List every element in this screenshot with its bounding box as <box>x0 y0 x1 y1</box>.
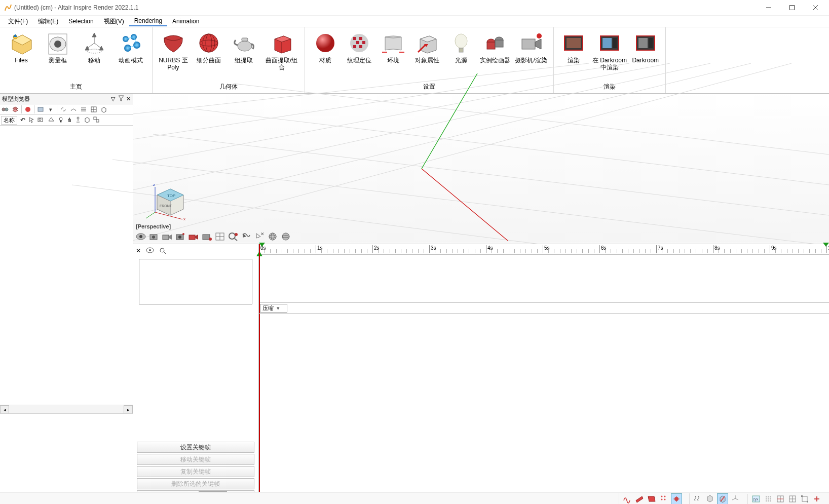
tool-layers-icon[interactable] <box>11 105 19 113</box>
camera-render-button[interactable]: 摄影机/渲染 <box>512 29 550 65</box>
environment-button[interactable]: 环境 <box>376 29 410 65</box>
svg-point-110 <box>178 236 181 239</box>
vt-del-icon[interactable]: ✕ <box>253 230 266 243</box>
vt-globe-icon[interactable] <box>267 230 279 243</box>
subdivide-button[interactable]: 细分曲面 <box>191 29 227 65</box>
tb2-stand-icon[interactable] <box>75 117 81 124</box>
close-button[interactable] <box>804 0 827 15</box>
tool-cube-icon[interactable] <box>100 105 108 113</box>
move-keyframe-button[interactable]: 移动关键帧 <box>137 454 254 465</box>
tb2-camera-icon[interactable] <box>37 117 45 124</box>
browser-toolbar-2: 名称 ↶ ⋔ <box>0 115 133 126</box>
menu-selection[interactable]: Selection <box>63 17 98 26</box>
track-compress-select[interactable]: 压缩▾ <box>260 304 287 313</box>
object-props-button[interactable]: 对象属性 <box>410 29 444 65</box>
sb-grid3-icon[interactable] <box>787 494 798 504</box>
sb-spring-icon[interactable] <box>693 493 703 503</box>
vt-eye-icon[interactable] <box>135 230 147 243</box>
tb2-tripod-icon[interactable]: ⋔ <box>67 117 72 124</box>
darkroom-label: Darkroom <box>632 57 659 64</box>
sb-bounds-icon[interactable] <box>800 494 810 504</box>
sb-red-plane-icon[interactable] <box>634 493 645 503</box>
tool-curve-icon[interactable] <box>69 105 78 113</box>
delete-selected-keyframe-button[interactable]: 删除所选的关键帧 <box>137 478 254 489</box>
horizontal-scrollbar[interactable]: ◂ ▸ <box>0 405 133 413</box>
darkroom-render-button[interactable]: 在 Darkroom 中渲染 <box>590 29 628 72</box>
menu-edit[interactable]: 编辑(E) <box>33 16 63 27</box>
sb-fan-icon[interactable] <box>730 493 740 503</box>
tl-close-icon[interactable]: ✕ <box>136 247 141 256</box>
vt-camera-icon[interactable] <box>148 230 160 243</box>
column-name[interactable]: 名称 <box>1 116 17 125</box>
vt-zoom-icon[interactable] <box>227 230 239 243</box>
funnel-icon[interactable] <box>118 95 124 102</box>
vt-cam3-icon[interactable] <box>174 230 186 243</box>
minimize-button[interactable] <box>757 0 780 15</box>
svg-point-61 <box>25 107 30 112</box>
nurbs-button[interactable]: NURBS 至 Poly <box>156 29 191 72</box>
sb-red-plane2-icon[interactable] <box>647 493 657 503</box>
tool-material-icon[interactable] <box>21 105 32 113</box>
move-button[interactable]: 移动 <box>76 29 112 65</box>
close-panel-icon[interactable]: ✕ <box>126 96 131 102</box>
tl-eye-icon[interactable] <box>146 247 154 256</box>
measure-button[interactable]: 测量框 <box>40 29 76 65</box>
darkroom-button[interactable]: Darkroom <box>629 29 662 65</box>
sb-snap-icon[interactable] <box>671 493 682 504</box>
sb-grid-dots-icon[interactable] <box>763 494 773 504</box>
vt-sphere-icon[interactable] <box>280 230 292 243</box>
sb-add-icon[interactable] <box>812 494 822 504</box>
material-button[interactable]: 材质 <box>308 29 342 65</box>
copy-keyframe-button[interactable]: 复制关键帧 <box>137 466 254 477</box>
tl-search-icon[interactable] <box>159 247 166 256</box>
svg-point-160 <box>766 500 767 501</box>
vt-cam-red-icon[interactable] <box>187 230 200 243</box>
viewport-3d[interactable]: TOP FRONT z x <box>133 94 829 243</box>
tb2-plane-icon[interactable] <box>48 117 55 124</box>
tb2-pointer-icon[interactable] <box>28 117 34 124</box>
files-button[interactable]: Files <box>3 29 40 65</box>
texture-pos-button[interactable]: 纹理定位 <box>342 29 376 65</box>
timeline-track-1[interactable] <box>259 255 829 303</box>
set-keyframe-button[interactable]: 设置关键帧 <box>137 442 254 453</box>
menu-view[interactable]: 视图(V) <box>99 16 129 27</box>
vt-cam-dot-icon[interactable] <box>201 230 213 243</box>
sb-box-icon[interactable] <box>705 493 715 503</box>
tool-scene-icon[interactable] <box>1 105 9 113</box>
tb2-group-icon[interactable] <box>93 117 99 124</box>
light-button[interactable]: 光源 <box>444 29 478 65</box>
menu-file[interactable]: 文件(F) <box>3 16 33 27</box>
model-tree[interactable] <box>0 126 133 405</box>
sb-axis-icon[interactable]: zyx <box>751 494 761 504</box>
filter-icon[interactable]: ▽ <box>111 96 115 102</box>
menu-animation[interactable]: Animation <box>167 17 204 26</box>
tool-grid-icon[interactable] <box>90 105 98 113</box>
timeline-tracks[interactable]: 0s1s2s3s4s5s6s7s8s9s10s 压缩▾ <box>259 244 829 504</box>
timeline-ruler[interactable]: 0s1s2s3s4s5s6s7s8s9s10s <box>259 244 829 255</box>
nurbs-label: NURBS 至 Poly <box>157 57 190 71</box>
vt-one-icon[interactable] <box>240 230 252 243</box>
surface-extract-button[interactable]: 曲面提取/组合 <box>261 29 302 72</box>
vt-cam2-icon[interactable] <box>161 230 173 243</box>
svg-point-132 <box>160 248 164 252</box>
sb-grid2-icon[interactable] <box>775 494 785 504</box>
tb2-light-icon[interactable] <box>58 117 64 124</box>
anim-mode-button[interactable]: 动画模式 <box>112 29 149 65</box>
svg-marker-13 <box>85 46 89 50</box>
render-button[interactable]: 渲染 <box>557 29 590 65</box>
maximize-button[interactable] <box>780 0 804 15</box>
sb-dots-icon[interactable] <box>659 493 669 503</box>
tool-env-icon[interactable] <box>34 105 45 113</box>
group-extract-button[interactable]: 组提取 <box>226 29 261 65</box>
tool-link-icon[interactable] <box>57 105 67 113</box>
sb-box-sel-icon[interactable] <box>717 493 728 504</box>
material-icon <box>313 30 338 56</box>
timeline-track-2[interactable]: 压缩▾ <box>259 303 829 314</box>
tool-list-icon[interactable] <box>80 105 88 113</box>
sb-wave-icon[interactable] <box>622 493 632 503</box>
tb2-box-icon[interactable] <box>84 117 90 124</box>
tb2-back-icon[interactable]: ↶ <box>20 117 25 124</box>
menu-rendering[interactable]: Rendering <box>129 16 167 26</box>
instance-painter-button[interactable]: 实例绘画器 <box>478 29 512 65</box>
vt-grid-icon[interactable] <box>214 230 226 243</box>
